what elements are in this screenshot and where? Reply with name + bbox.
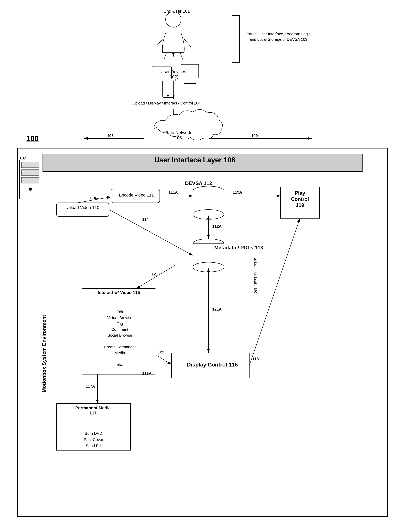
ref-109: 109: [251, 133, 258, 138]
permanent-media-label: Permanent Media 117: [57, 405, 129, 416]
ref-121a: 121A: [212, 307, 222, 311]
svg-point-18: [193, 186, 224, 196]
diagram: End User 101 User Devices (102) Partial …: [0, 0, 403, 532]
permanent-media-items: Burn DVD Print Cover Send Bill: [58, 424, 129, 449]
svg-rect-19: [193, 191, 224, 215]
upload-display-label: Upload / Display / Interact / Control 10…: [132, 101, 200, 106]
svg-rect-47: [184, 82, 196, 83]
ref-115a: 115A: [142, 371, 152, 376]
metadata-label: Metadata / PDLs 113: [214, 245, 263, 251]
svg-rect-48: [163, 80, 173, 97]
svg-rect-12: [21, 177, 39, 183]
interact-video-items: Edit Virtual Browse Tag Comment Social B…: [86, 303, 154, 367]
svg-line-39: [156, 39, 163, 47]
encode-video-label: Encode Video 111: [113, 193, 160, 198]
svg-point-20: [193, 209, 224, 219]
ref-117a: 117A: [86, 384, 95, 388]
svg-rect-11: [21, 170, 39, 175]
svg-line-28: [136, 265, 175, 289]
ref-119a: 119A: [233, 190, 242, 195]
user-devices-label: User Devices (102): [158, 69, 189, 79]
svg-point-38: [166, 12, 181, 27]
ref-112a: 112A: [212, 224, 222, 229]
svg-rect-7: [18, 148, 388, 517]
svg-rect-9: [19, 160, 41, 199]
svg-point-13: [29, 188, 32, 191]
svg-point-49: [167, 95, 169, 96]
ref-114: 114: [142, 217, 149, 222]
ref-111a: 111A: [168, 190, 178, 195]
system-env-label: Motionbox System Environment: [41, 315, 47, 393]
play-control-label: Play Control 119: [282, 190, 317, 208]
ref-118: 118: [252, 357, 259, 361]
svg-line-41: [164, 53, 167, 60]
ref-110a: 110A: [90, 196, 99, 200]
ref-121: 121: [152, 272, 158, 276]
ref-122: 122: [158, 350, 164, 355]
partial-ui-label: Partial User Interface, Program Logic an…: [243, 31, 314, 42]
display-control-label: Display Control 116: [175, 362, 249, 368]
svg-line-32: [156, 355, 171, 365]
svg-line-27: [109, 209, 193, 255]
data-network-label: Data Network 105: [163, 130, 194, 140]
svg-rect-10: [21, 162, 39, 168]
devsa-label: DEVSA 112: [185, 180, 212, 186]
svg-line-42: [180, 53, 183, 60]
ref-100: 100: [26, 134, 38, 143]
svg-line-40: [184, 39, 191, 47]
svg-point-23: [193, 262, 224, 272]
retrieve-thumbnails-label: retrieve thumbnails 120: [253, 256, 257, 295]
ref-107: 107: [19, 156, 26, 160]
end-user-label: End User 101: [164, 9, 190, 14]
ref-106: 106: [107, 133, 114, 138]
interact-video-label: Interact w/ Video 115: [84, 290, 154, 295]
upload-video-label: Upload Video 110: [57, 205, 107, 210]
ui-layer-label: User Interface Layer 108: [127, 156, 263, 164]
